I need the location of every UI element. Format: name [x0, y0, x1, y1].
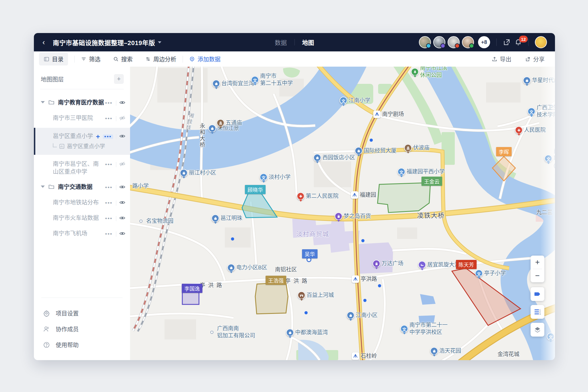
list-view-button[interactable]: 123 — [531, 305, 544, 319]
layer-folder-4[interactable]: 南宁交通数据••• — [34, 179, 130, 195]
map-text-label: 凌铁大桥 — [417, 212, 445, 220]
nearby-analysis-button[interactable]: 周边分析 — [145, 55, 176, 63]
collaborator-avatar[interactable] — [448, 36, 460, 48]
map-canvas[interactable]: 台湾街宜兰湾荣恒江景文南宁市 第二十五中学南宁市江滨 休闲公园文江南小学南宁剧场… — [130, 67, 555, 360]
layer-label: 南宁市三甲医院 — [53, 114, 93, 122]
annotation-tag[interactable]: 吴华 — [302, 249, 318, 258]
hotel-pin-icon — [418, 261, 426, 269]
poi-label: 五通庙 — [226, 119, 242, 127]
data-point-dot[interactable] — [361, 239, 365, 242]
poi-label: 丽江村小区 — [189, 169, 216, 177]
visibility-eye-icon[interactable] — [119, 133, 125, 140]
layer-item-2[interactable]: 邕宁区重点小学+••• — [34, 128, 130, 142]
tab-map[interactable]: 地图 — [302, 38, 314, 47]
collaborator-avatar[interactable] — [419, 36, 431, 48]
data-point-dot[interactable] — [305, 311, 308, 314]
search-button[interactable]: 搜索 — [113, 55, 133, 63]
svg-text:1: 1 — [539, 309, 541, 311]
export-icon — [492, 56, 497, 62]
more-options-button[interactable]: ••• — [105, 116, 113, 121]
annotation-polygon[interactable] — [255, 283, 288, 314]
zoom-out-button[interactable]: − — [531, 269, 544, 282]
more-options-button[interactable]: ••• — [105, 200, 113, 206]
data-point-dot[interactable] — [378, 284, 381, 287]
zoom-in-button[interactable]: + — [531, 256, 544, 269]
small-circle-icon — [210, 331, 214, 334]
view-tabs: 数据 地图 — [275, 38, 314, 47]
visibility-eye-icon[interactable] — [119, 215, 125, 222]
add-layer-button[interactable]: + — [114, 74, 124, 84]
notifications-bell-icon[interactable]: 12 — [514, 38, 522, 46]
layer-item-7[interactable]: 南宁市飞机场••• — [34, 226, 130, 242]
school-pin-icon: 文 — [401, 325, 408, 333]
project-title-text: 南宁市基础设施数据整理–2019年版 — [53, 38, 155, 47]
visibility-eye-off-icon[interactable] — [119, 161, 125, 168]
share-button[interactable]: 分享 — [525, 55, 545, 63]
data-point-dot[interactable] — [231, 237, 234, 241]
data-point-dot[interactable] — [370, 139, 373, 142]
visibility-eye-icon[interactable] — [119, 184, 125, 191]
layer-folder-0[interactable]: 南宁教育医疗数据••• — [34, 95, 130, 111]
layer-controls: ••• — [105, 199, 125, 207]
layers-button[interactable] — [531, 323, 544, 337]
annotation-tag[interactable]: 李国逸 — [182, 284, 202, 293]
poi-label: 亭洪路 — [361, 276, 377, 283]
annotation-tag[interactable]: 顾晓华 — [245, 185, 266, 194]
layer-subitem-label: 邕宁区重点小学 — [67, 143, 105, 150]
user-avatar[interactable] — [535, 36, 547, 48]
layer-subitem[interactable]: 邕宁区重点小学 — [34, 142, 130, 155]
annotation-polygon[interactable] — [182, 292, 199, 304]
more-options-button[interactable]: ••• — [105, 101, 113, 106]
annotation-tag[interactable]: 王金云 — [421, 177, 442, 186]
data-point-dot[interactable] — [363, 299, 367, 302]
filter-button[interactable]: 筛选 — [81, 55, 100, 63]
collaborator-avatar[interactable] — [462, 36, 474, 48]
users-icon — [43, 326, 50, 333]
metro-icon — [352, 275, 359, 283]
layer-item-1[interactable]: 南宁市三甲医院••• — [34, 111, 130, 126]
add-sublayer-button[interactable]: + — [96, 134, 100, 139]
draw-shape-button[interactable] — [531, 287, 544, 301]
footer-help-button[interactable]: 使用帮助 — [34, 337, 130, 353]
annotation-tag[interactable]: 李晖 — [496, 147, 512, 156]
annotation-tag[interactable]: 陈天芳 — [456, 260, 477, 269]
school-pin-icon: 文 — [340, 97, 347, 105]
caret-down-icon[interactable] — [41, 101, 45, 103]
share-icon[interactable] — [503, 38, 510, 46]
add-data-button[interactable]: 添加数据 — [189, 55, 220, 63]
footer-gear-button[interactable]: 项目设置 — [34, 305, 130, 321]
layer-item-3[interactable]: 南宁市邕宁区、南山区重点中学••• — [34, 157, 130, 179]
sort-arrows-icon — [145, 56, 151, 62]
layer-item-5[interactable]: 南宁市地铁站分布••• — [34, 195, 130, 211]
tab-data[interactable]: 数据 — [275, 38, 287, 47]
layer-controls: ••• — [105, 183, 125, 191]
sidebar-footer: 项目设置协作成员使用帮助 — [34, 298, 130, 353]
layer-item-6[interactable]: 南宁市火车站数据••• — [34, 211, 130, 226]
presence-dot — [455, 43, 460, 48]
caret-down-icon[interactable] — [41, 186, 45, 188]
visibility-eye-icon[interactable] — [119, 99, 125, 107]
annotation-tag[interactable]: 王浩强 — [266, 276, 286, 285]
presence-dot — [469, 43, 474, 48]
poi-label: 人民医院 — [524, 127, 546, 134]
catalog-toggle-button[interactable]: 目录 — [39, 53, 68, 65]
poi-label: 江南小学 — [349, 97, 370, 104]
visibility-eye-icon[interactable] — [119, 199, 125, 207]
more-options-button[interactable]: ••• — [105, 162, 113, 167]
visibility-eye-off-icon[interactable] — [119, 115, 125, 122]
project-title[interactable]: 南宁市基础设施数据整理–2019年版 — [53, 38, 161, 47]
navbar: ‹ 南宁市基础设施数据整理–2019年版 数据 地图 +8 12 — [34, 33, 555, 51]
more-options-button[interactable]: ••• — [105, 231, 113, 237]
footer-users-button[interactable]: 协作成员 — [34, 321, 130, 337]
more-options-button[interactable]: ••• — [103, 134, 113, 139]
layer-label: 南宁市火车站数据 — [53, 214, 99, 222]
more-options-button[interactable]: ••• — [105, 216, 113, 221]
more-options-button[interactable]: ••• — [105, 185, 113, 190]
visibility-eye-icon[interactable] — [119, 230, 125, 238]
building-pin-icon — [430, 347, 438, 355]
back-button[interactable]: ‹ — [38, 36, 49, 48]
export-button[interactable]: 导出 — [492, 55, 511, 63]
svg-text:2: 2 — [539, 311, 541, 313]
more-collaborators-button[interactable]: +8 — [478, 36, 490, 48]
collaborator-avatar[interactable] — [433, 36, 445, 48]
